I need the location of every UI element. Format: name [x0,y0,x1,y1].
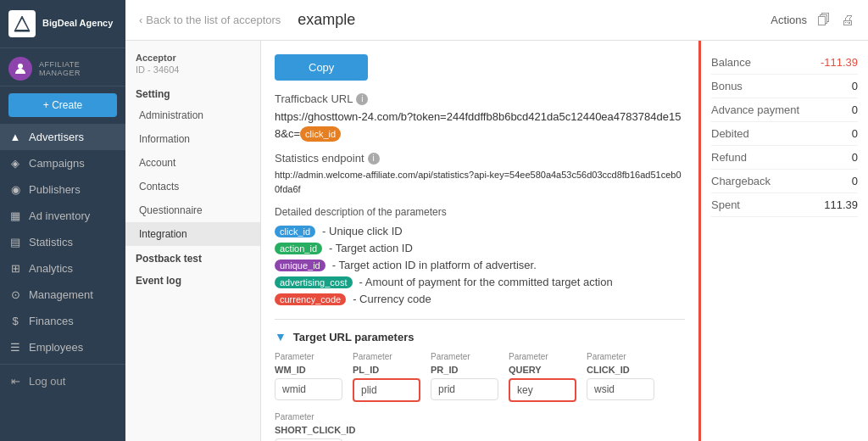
actions-button[interactable]: Actions [771,14,807,26]
stats-info-icon: i [368,153,380,165]
sidebar-logo: BigDeal Agency [0,0,125,48]
svg-point-2 [18,64,23,69]
sidebar-item-statistics[interactable]: ▤ Statistics [0,229,125,255]
click-id-badge: click_id [300,126,341,142]
sidebar-item-ad-inventory[interactable]: ▦ Ad inventory [0,203,125,229]
stats-url: http://admin.welcome-affiliate.com/api/s… [275,168,685,196]
sidebar-item-label: Publishers [29,183,81,196]
param-name: PL_ID [353,365,420,375]
sub-nav-integration[interactable]: Integration [125,222,260,246]
nav-items: ▲ Advertisers ◈ Campaigns ◉ Publishers ▦… [0,124,125,441]
trafficback-info-icon: i [356,93,368,105]
ad-inventory-icon: ▦ [8,209,22,222]
advance-label: Advance payment [711,103,799,116]
trafficback-url: https://ghosttown-24.com/b?token=244fddf… [275,109,685,142]
sub-nav-questionnaire[interactable]: Questionnaire [125,198,260,222]
create-button[interactable]: + Create [8,93,117,117]
sidebar-item-advertisers[interactable]: ▲ Advertisers [0,124,125,150]
sidebar-item-label: Campaigns [29,157,85,170]
sub-nav-contacts[interactable]: Contacts [125,175,260,198]
postback-header[interactable]: Postback test [125,246,260,268]
param-label: Parameter [431,352,498,361]
sidebar-item-management[interactable]: ⊙ Management [0,282,125,308]
param-label: Parameter [587,352,654,361]
content-area: Acceptor ID - 34604 Setting Administrati… [125,41,868,441]
list-item: advertising_cost - Amount of payment for… [275,276,685,288]
affiliate-icon [8,57,32,81]
toggle-icon[interactable]: ▼ [275,330,287,343]
sidebar-item-publishers[interactable]: ◉ Publishers [0,176,125,203]
top-bar-left: ‹ Back to the list of acceptors example [139,11,355,29]
balance-label: Balance [711,56,751,69]
chargeback-label: Chargeback [711,175,771,187]
param-col-short-click-id: Parameter SHORT_CLICK_ID [275,412,355,441]
statistics-icon: ▤ [8,236,22,248]
sub-nav: Acceptor ID - 34604 Setting Administrati… [125,41,261,441]
param-input-click-id[interactable] [587,378,654,400]
sidebar-item-label: Statistics [29,236,73,248]
param-col-wm-id: Parameter WM_ID [275,352,342,402]
logo-icon [8,10,36,37]
param-input-wm-id[interactable] [275,378,342,400]
target-url-section: ▼ Target URL parameters [275,319,685,343]
info-row-refund: Refund 0 [711,146,858,170]
sidebar-item-analytics[interactable]: ⊞ Analytics [0,255,125,282]
param-name: QUERY [509,365,576,375]
param-name: PR_ID [431,365,498,375]
target-url-title: Target URL parameters [293,331,415,343]
sidebar-item-employees[interactable]: ☰ Employees [0,334,125,360]
param-badge-unique-id: unique_id [275,260,326,271]
publishers-icon: ◉ [8,183,22,196]
sub-nav-account[interactable]: Account [125,151,260,175]
info-row-balance: Balance -111.39 [711,51,858,75]
param-label: Parameter [275,352,342,361]
sidebar-item-campaigns[interactable]: ◈ Campaigns [0,150,125,176]
param-input-query[interactable] [509,378,576,402]
print-icon[interactable]: 🖨 [841,13,854,28]
info-row-advance: Advance payment 0 [711,98,858,122]
param-name: SHORT_CLICK_ID [275,425,355,435]
sub-nav-administration[interactable]: Administration [125,103,260,127]
param-col-pl-id: Parameter PL_ID [353,352,420,402]
bonus-value: 0 [852,80,858,92]
params-grid: Parameter WM_ID Parameter PL_ID Paramete… [275,352,685,441]
back-link[interactable]: ‹ Back to the list of acceptors [139,14,281,26]
sidebar-item-label: Management [29,288,93,301]
balance-value: -111.39 [821,56,858,69]
sub-nav-information[interactable]: Information [125,127,260,151]
sidebar-item-label: Finances [29,315,74,327]
employees-icon: ☰ [8,341,22,354]
info-row-spent: Spent 111.39 [711,193,858,217]
sidebar-item-finances[interactable]: $ Finances [0,308,125,334]
param-name: WM_ID [275,365,342,375]
sidebar-item-label: Log out [29,375,65,388]
main-content: Copy Trafficback URL i https://ghosttown… [261,41,698,441]
list-item: action_id - Target action ID [275,242,685,254]
info-row-debited: Debited 0 [711,122,858,146]
advance-value: 0 [852,103,858,116]
list-item: unique_id - Target action ID in platform… [275,259,685,271]
param-label: Parameter [509,352,576,361]
sidebar-item-label: Employees [29,341,83,354]
affiliate-label: AFFILIATE MANAGER [39,60,117,77]
logout-icon: ⇤ [8,375,22,388]
top-bar-right: Actions 🗍 🖨 [771,13,854,28]
debited-label: Debited [711,127,749,140]
list-item: click_id - Unique click ID [275,225,685,237]
sidebar-item-label: Analytics [29,262,73,275]
copy-button[interactable]: Copy [275,54,368,81]
finances-icon: $ [8,315,22,327]
sidebar-item-label: Ad inventory [29,209,90,222]
param-input-pr-id[interactable] [431,378,498,400]
copy-icon[interactable]: 🗍 [817,13,831,28]
event-log-header[interactable]: Event log [125,268,260,290]
top-bar: ‹ Back to the list of acceptors example … [125,0,868,41]
param-name: CLICK_ID [587,365,654,375]
refund-value: 0 [852,151,858,164]
param-badge-click-id: click_id [275,226,315,237]
trafficback-label: Trafficback URL i [275,92,685,105]
param-label: Parameter [275,412,355,421]
back-link-text: Back to the list of acceptors [146,14,281,26]
param-input-pl-id[interactable] [353,378,420,402]
sidebar-item-logout[interactable]: ⇤ Log out [0,368,125,394]
